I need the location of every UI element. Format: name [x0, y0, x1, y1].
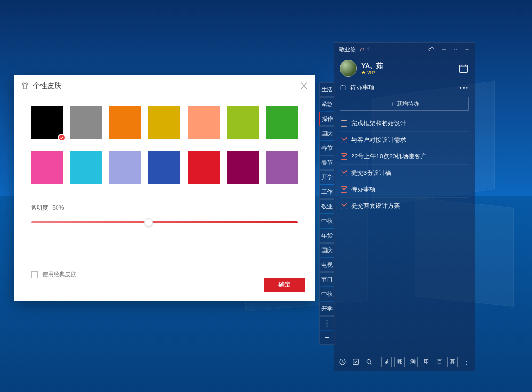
user-row: YA、茹 VIP [334, 56, 475, 81]
footer-right-icons: 录账淘印百算⋮ [381, 357, 470, 367]
side-tab[interactable]: 电视 [319, 258, 335, 272]
todo-text: 提交3份设计稿 [351, 169, 391, 177]
main-panel: 敬业签 1 YA、茹 VIP [334, 42, 475, 371]
todo-checkbox[interactable] [341, 153, 347, 160]
side-tab[interactable]: 紧急 [319, 97, 335, 111]
color-swatch[interactable] [31, 106, 63, 139]
color-swatch[interactable] [109, 106, 141, 139]
color-swatch[interactable] [109, 151, 141, 184]
side-tab-add[interactable]: + [319, 331, 335, 345]
side-tab[interactable]: 春节 [319, 155, 335, 170]
color-swatch[interactable] [70, 106, 102, 139]
footer-more-icon[interactable]: ⋮ [462, 357, 470, 366]
footer-shortcut[interactable]: 录 [381, 357, 392, 367]
todo-section-icon [340, 84, 346, 91]
menu-icon[interactable] [441, 46, 447, 53]
todo-checkbox[interactable] [341, 186, 347, 193]
todo-item[interactable]: 完成框架和初始设计 [340, 115, 469, 132]
ok-button[interactable]: 确定 [264, 278, 305, 292]
color-swatch[interactable] [148, 106, 180, 139]
color-swatch[interactable] [266, 151, 298, 184]
avatar[interactable] [340, 60, 357, 77]
side-tab[interactable]: 敬业 [319, 199, 335, 213]
close-icon[interactable] [300, 82, 308, 90]
color-swatch[interactable] [31, 151, 63, 184]
slider-thumb[interactable] [144, 218, 153, 227]
todo-item[interactable]: 提交3份设计稿 [340, 165, 469, 181]
slider-track [31, 221, 298, 223]
bell-icon [360, 47, 365, 52]
section-title: 待办事项 [350, 83, 375, 92]
panel-footer: 录账淘印百算⋮ [334, 352, 475, 371]
panel-body: 待办事项 ••• ＋ 新增待办 完成框架和初始设计与客户对接设计需求22号上午1… [334, 81, 475, 352]
chevron-up-icon[interactable] [453, 47, 458, 52]
plus-icon: ＋ [389, 100, 395, 108]
dialog-header: 个性皮肤 [14, 75, 315, 96]
classic-skin-row: 使用经典皮肤 [31, 270, 76, 278]
add-todo-label: 新增待办 [397, 100, 419, 108]
color-swatch[interactable] [148, 151, 180, 184]
todo-item[interactable]: 22号上午10点20机场接客户 [340, 148, 469, 165]
color-swatch[interactable] [188, 151, 220, 184]
add-todo-button[interactable]: ＋ 新增待办 [340, 97, 469, 111]
search-icon[interactable] [365, 358, 373, 366]
history-icon[interactable] [339, 358, 346, 366]
todo-checkbox[interactable] [341, 203, 347, 209]
opacity-label: 透明度 [31, 204, 48, 211]
svg-rect-0 [460, 65, 468, 73]
side-tab-more[interactable]: ⋮ [319, 316, 335, 330]
user-meta: YA、茹 VIP [361, 62, 383, 75]
color-swatch[interactable] [227, 106, 259, 139]
classic-skin-checkbox[interactable] [31, 271, 38, 278]
todo-text: 待办事项 [351, 185, 376, 194]
vip-badge: VIP [361, 70, 383, 75]
side-tab[interactable]: 年货 [319, 229, 335, 243]
side-tab[interactable]: 开学 [319, 302, 335, 316]
tshirt-icon [21, 82, 29, 90]
side-tab[interactable]: 节日 [319, 272, 335, 286]
todo-list: 完成框架和初始设计与客户对接设计需求22号上午10点20机场接客户提交3份设计稿… [340, 115, 469, 214]
color-swatch[interactable] [227, 151, 259, 184]
skin-dialog: 个性皮肤 透明度 50% 使用经典皮肤 确定 [14, 75, 315, 301]
side-tab[interactable]: 中秋 [319, 214, 335, 228]
dialog-title: 个性皮肤 [33, 82, 61, 90]
app-name: 敬业签 [339, 46, 356, 54]
todo-item[interactable]: 与客户对接设计需求 [340, 132, 469, 148]
minimize-icon[interactable] [464, 47, 470, 52]
classic-skin-label: 使用经典皮肤 [42, 270, 76, 278]
todo-item[interactable]: 提交两套设计方案 [340, 198, 469, 214]
side-tab[interactable]: 工作 [319, 185, 335, 199]
side-tab[interactable]: 生活 [319, 82, 335, 97]
side-tab[interactable]: 操作 [319, 112, 335, 126]
user-name: YA、茹 [361, 62, 383, 70]
footer-shortcut[interactable]: 账 [394, 357, 405, 367]
cloud-sync-icon[interactable] [428, 46, 435, 53]
color-swatch[interactable] [70, 151, 102, 184]
todo-item[interactable]: 待办事项 [340, 181, 469, 198]
calendar-icon[interactable] [458, 63, 469, 74]
opacity-value: 50% [52, 204, 64, 211]
footer-shortcut[interactable]: 算 [447, 357, 458, 367]
footer-left-icons [339, 358, 373, 366]
todo-checkbox[interactable] [341, 120, 347, 127]
notif-count: 1 [367, 46, 370, 53]
notification-badge[interactable]: 1 [360, 46, 370, 53]
footer-shortcut[interactable]: 印 [421, 357, 431, 367]
footer-shortcut[interactable]: 淘 [408, 357, 418, 367]
todo-text: 22号上午10点20机场接客户 [351, 152, 426, 161]
color-swatch[interactable] [188, 106, 220, 139]
side-tab[interactable]: 国庆 [319, 243, 335, 257]
footer-shortcut[interactable]: 百 [434, 357, 444, 367]
more-menu-icon[interactable]: ••• [459, 84, 469, 91]
side-tab[interactable]: 春节 [319, 141, 335, 155]
side-tab[interactable]: 开学 [319, 170, 335, 184]
todo-text: 与客户对接设计需求 [351, 136, 406, 144]
side-tab[interactable]: 国庆 [319, 126, 335, 140]
todo-checkbox[interactable] [341, 170, 347, 176]
opacity-slider[interactable] [14, 212, 315, 223]
color-swatch[interactable] [266, 106, 298, 139]
todo-checkbox[interactable] [341, 137, 347, 143]
completed-icon[interactable] [352, 358, 360, 366]
selected-check-icon [58, 134, 65, 141]
side-tab[interactable]: 中秋 [319, 287, 335, 301]
